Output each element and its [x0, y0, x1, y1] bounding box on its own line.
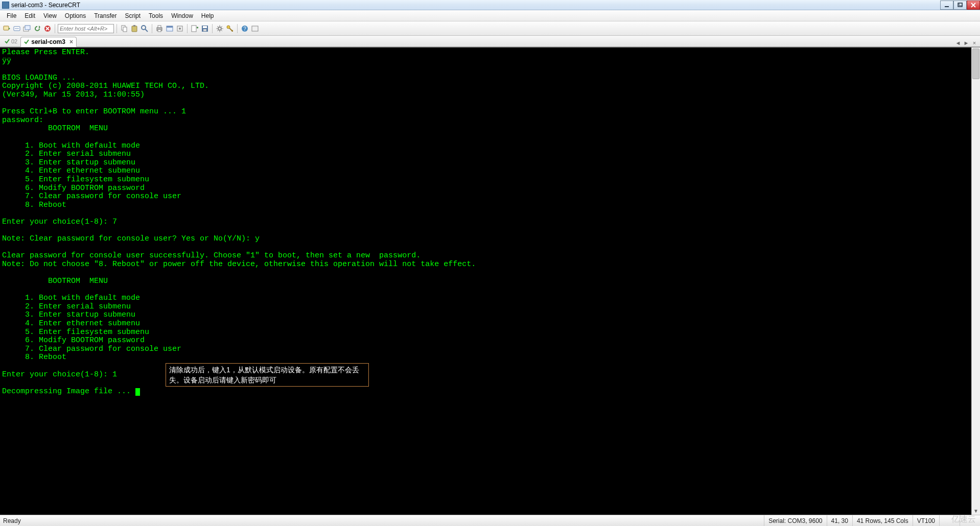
- scroll-down-icon[interactable]: ▼: [972, 507, 980, 515]
- menu-view[interactable]: View: [40, 11, 60, 20]
- toolbar-separator: [212, 24, 213, 33]
- new-session-icon[interactable]: [190, 24, 199, 33]
- menu-help[interactable]: Help: [198, 11, 218, 20]
- svg-rect-1: [958, 3, 962, 7]
- tab-close-icon[interactable]: ×: [69, 38, 73, 45]
- tab-status-indicator: 02: [2, 36, 19, 46]
- tab-next-icon[interactable]: ►: [963, 39, 970, 46]
- about-icon[interactable]: [250, 24, 260, 33]
- svg-rect-14: [132, 26, 137, 32]
- toolbar: ?: [0, 21, 980, 36]
- scroll-thumb[interactable]: [972, 49, 979, 79]
- status-term: VT100: [913, 515, 939, 526]
- terminal-container: Please Press ENTER. ÿÿ BIOS LOADING ... …: [0, 47, 980, 515]
- svg-point-24: [179, 28, 181, 30]
- svg-rect-13: [123, 27, 127, 32]
- svg-point-16: [142, 26, 146, 30]
- tab-nav: ◄ ► ×: [954, 39, 980, 46]
- window-title: serial-com3 - SecureCRT: [11, 2, 80, 9]
- toolbar-separator: [152, 24, 152, 33]
- tab-prev-icon[interactable]: ◄: [954, 39, 962, 46]
- paste-icon[interactable]: [130, 24, 139, 33]
- options-icon[interactable]: [175, 24, 184, 33]
- status-cursor: 41, 30: [827, 515, 852, 526]
- menu-script[interactable]: Script: [121, 11, 144, 20]
- key-icon[interactable]: [225, 24, 235, 33]
- copy-icon[interactable]: [120, 24, 129, 33]
- disconnect-icon[interactable]: [43, 24, 52, 33]
- svg-rect-8: [25, 26, 30, 30]
- title-bar: serial-com3 - SecureCRT: [0, 0, 980, 10]
- terminal-cursor: [135, 388, 140, 396]
- menu-tools[interactable]: Tools: [145, 11, 167, 20]
- status-caps: [939, 515, 960, 526]
- connect-in-tab-icon[interactable]: [22, 24, 32, 33]
- svg-rect-20: [158, 30, 161, 32]
- status-bar: Ready Serial: COM3, 9600 41, 30 41 Rows,…: [0, 515, 980, 526]
- host-input[interactable]: [58, 24, 114, 33]
- svg-point-29: [218, 27, 221, 30]
- close-button[interactable]: [967, 1, 980, 10]
- svg-rect-25: [192, 26, 196, 32]
- window-controls: [940, 1, 980, 10]
- svg-text:?: ?: [243, 26, 246, 32]
- svg-line-17: [145, 29, 148, 32]
- annotation-callout: 清除成功后，键入1，从默认模式启动设备。原有配置不会丢失。设备启动后请键入新密码…: [166, 363, 369, 387]
- maximize-button[interactable]: [953, 1, 967, 10]
- menu-transfer[interactable]: Transfer: [90, 11, 120, 20]
- menu-window[interactable]: Window: [168, 11, 197, 20]
- status-ready: Ready: [0, 515, 764, 526]
- tab-bar: 02 serial-com3 × ◄ ► ×: [0, 36, 980, 47]
- sessions-icon[interactable]: [165, 24, 174, 33]
- svg-rect-22: [167, 26, 173, 28]
- svg-rect-27: [203, 26, 207, 28]
- menu-file[interactable]: File: [3, 11, 20, 20]
- terminal-scrollbar[interactable]: ▲ ▼: [971, 47, 980, 515]
- tab-close-all-icon[interactable]: ×: [971, 39, 978, 46]
- svg-rect-5: [4, 26, 9, 30]
- toolbar-separator: [187, 24, 188, 33]
- tab-label: serial-com3: [31, 38, 65, 45]
- check-icon: [24, 39, 29, 44]
- terminal[interactable]: Please Press ENTER. ÿÿ BIOS LOADING ... …: [0, 47, 971, 515]
- print-icon[interactable]: [155, 24, 164, 33]
- tab-serial-com3[interactable]: serial-com3 ×: [20, 37, 77, 47]
- menu-bar: File Edit View Options Transfer Script T…: [0, 10, 980, 21]
- svg-rect-15: [133, 25, 135, 27]
- menu-edit[interactable]: Edit: [21, 11, 39, 20]
- status-size: 41 Rows, 145 Cols: [852, 515, 913, 526]
- options-gear-icon[interactable]: [215, 24, 224, 33]
- reconnect-icon[interactable]: [33, 24, 42, 33]
- check-icon: [4, 38, 10, 44]
- svg-rect-28: [203, 29, 206, 31]
- save-icon[interactable]: [200, 24, 209, 33]
- status-serial: Serial: COM3, 9600: [764, 515, 826, 526]
- quick-connect-icon[interactable]: [12, 24, 21, 33]
- app-icon: [2, 2, 9, 9]
- minimize-button[interactable]: [940, 1, 953, 10]
- tab-status-count: 02: [11, 38, 17, 44]
- toolbar-separator: [55, 24, 55, 33]
- status-num: [960, 515, 980, 526]
- menu-options[interactable]: Options: [61, 11, 89, 20]
- svg-rect-33: [252, 26, 258, 31]
- toolbar-separator: [116, 24, 117, 33]
- find-icon[interactable]: [140, 24, 149, 33]
- svg-rect-19: [158, 26, 161, 28]
- toolbar-separator: [237, 24, 238, 33]
- help-icon[interactable]: ?: [240, 24, 249, 33]
- connect-icon[interactable]: [2, 24, 11, 33]
